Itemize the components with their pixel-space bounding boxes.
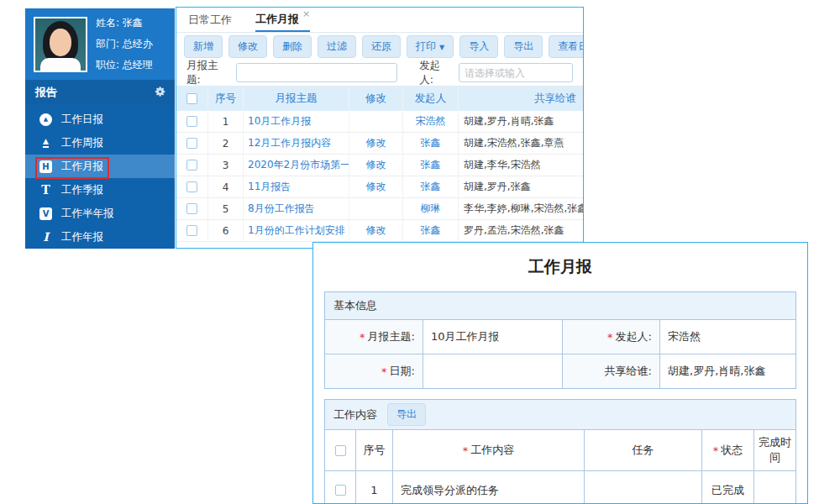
initiator-link[interactable]: 柳琳 xyxy=(403,198,459,219)
user-department: 部门: 总经办 xyxy=(96,37,153,51)
modify-link[interactable]: 修改 xyxy=(349,155,403,176)
modify-link[interactable] xyxy=(349,111,403,132)
annual-report-icon: I xyxy=(39,231,52,244)
gear-icon[interactable] xyxy=(155,86,166,100)
add-button[interactable]: 新增 xyxy=(184,35,223,58)
content-header-finish-time: 完成时间 xyxy=(753,429,795,470)
subject-link[interactable]: 12月工作月报内容 xyxy=(244,133,349,154)
toolbar: 新增 修改 删除 过滤 还原 打印▼ 导入 导出 查看日志 xyxy=(176,33,583,60)
half-year-report-icon: V xyxy=(39,207,52,220)
row-checkbox[interactable] xyxy=(186,160,197,171)
filter-button[interactable]: 过滤 xyxy=(318,35,356,58)
restore-button[interactable]: 还原 xyxy=(362,35,401,58)
table-row: 5 8月份工作报告 柳琳 李华,李婷,柳琳,宋浩然,张鑫 xyxy=(176,198,583,220)
tab-daily-work[interactable]: 日常工作 xyxy=(188,8,232,32)
daily-report-icon: ▲ xyxy=(39,113,52,126)
sidebar-item-label: 工作日报 xyxy=(61,113,103,127)
share-list: 胡建,罗丹,肖晴,张鑫 xyxy=(459,111,583,132)
sidebar-item-label: 工作年报 xyxy=(61,230,103,244)
required-mark: * xyxy=(360,331,365,344)
sidebar-item-half-year-report[interactable]: V 工作半年报 xyxy=(25,202,175,225)
share-list: 胡建,李华,宋浩然 xyxy=(459,155,583,176)
content-row-task xyxy=(584,470,701,504)
required-mark: * xyxy=(463,444,469,457)
initiator-link[interactable]: 张鑫 xyxy=(403,220,459,241)
user-name: 姓名: 张鑫 xyxy=(96,16,153,30)
initiator-link[interactable]: 宋浩然 xyxy=(403,111,459,132)
import-button[interactable]: 导入 xyxy=(459,35,498,58)
subject-link[interactable]: 1月份的工作计划安排 xyxy=(244,220,349,241)
content-header-task: 任务 xyxy=(584,429,701,470)
filter-bar: 月报主题: 发起人: xyxy=(176,60,583,87)
content-select-all-checkbox[interactable] xyxy=(335,445,346,456)
view-log-button[interactable]: 查看日志 xyxy=(549,35,584,58)
basic-info-grid: * 月报主题: 10月工作月报 * 发起人: 宋浩然 * 日期: 共享给谁: 胡… xyxy=(325,319,795,388)
subject-value: 10月工作月报 xyxy=(423,319,562,354)
header-modify: 修改 xyxy=(349,87,403,111)
initiator-link[interactable]: 张鑫 xyxy=(403,176,459,197)
subject-label: * 月报主题: xyxy=(325,319,423,354)
share-label: 共享给谁: xyxy=(562,354,659,388)
subject-link[interactable]: 8月份工作报告 xyxy=(244,198,349,219)
initiator-link[interactable]: 张鑫 xyxy=(403,133,459,154)
basic-info-header: 基本信息 xyxy=(325,292,795,319)
content-row-checkbox[interactable] xyxy=(335,485,346,496)
content-header-checkbox-cell xyxy=(325,429,355,470)
tab-monthly-report[interactable]: 工作月报 × xyxy=(255,8,310,32)
user-info: 姓名: 张鑫 部门: 总经办 职位: 总经理 xyxy=(96,16,153,72)
avatar xyxy=(34,17,87,72)
modify-link[interactable] xyxy=(349,198,403,219)
sidebar-item-annual-report[interactable]: I 工作年报 xyxy=(25,225,175,249)
row-checkbox[interactable] xyxy=(186,181,197,192)
print-button[interactable]: 打印▼ xyxy=(407,35,454,58)
required-mark: * xyxy=(381,365,387,378)
modify-button[interactable]: 修改 xyxy=(228,35,267,58)
required-mark: * xyxy=(607,331,613,344)
row-checkbox[interactable] xyxy=(186,203,197,214)
initiator-link[interactable]: 张鑫 xyxy=(403,155,459,176)
user-profile: 姓名: 张鑫 部门: 总经办 职位: 总经理 xyxy=(25,8,175,80)
content-export-button[interactable]: 导出 xyxy=(387,403,426,426)
export-button[interactable]: 导出 xyxy=(504,35,543,58)
row-checkbox[interactable] xyxy=(186,138,197,149)
required-mark: * xyxy=(713,444,719,457)
row-num: 4 xyxy=(208,176,244,197)
initiator-filter-input[interactable] xyxy=(459,63,573,82)
table-row: 2 12月工作月报内容 修改 张鑫 胡建,宋浩然,张鑫,章燕 xyxy=(176,133,583,155)
sidebar-item-quarterly-report[interactable]: T 工作季报 xyxy=(25,178,175,202)
sidebar: 姓名: 张鑫 部门: 总经办 职位: 总经理 报告 ▲ 工作日报 ▲ 工作周报 xyxy=(25,8,175,249)
dialog-title: 工作月报 xyxy=(324,256,796,278)
subject-filter-input[interactable] xyxy=(236,63,397,82)
delete-button[interactable]: 删除 xyxy=(273,35,312,58)
share-value: 胡建,罗丹,肖晴,张鑫 xyxy=(659,354,795,388)
close-icon[interactable]: × xyxy=(302,8,310,19)
select-all-checkbox[interactable] xyxy=(186,93,197,104)
content-header-status: * 状态 xyxy=(701,429,753,470)
row-checkbox[interactable] xyxy=(186,116,197,127)
content-row-content: 完成领导分派的任务 xyxy=(392,470,584,504)
label-text: 月报主题: xyxy=(368,329,415,344)
sidebar-item-weekly-report[interactable]: ▲ 工作周报 xyxy=(25,131,175,155)
header-text: 状态 xyxy=(721,443,743,458)
initiator-filter-label: 发起人: xyxy=(419,59,454,87)
modify-link[interactable]: 修改 xyxy=(349,176,403,197)
print-label: 打印 xyxy=(416,40,436,52)
subject-link[interactable]: 10月工作月报 xyxy=(244,111,349,132)
subject-link[interactable]: 11月报告 xyxy=(244,176,349,197)
monthly-report-detail-dialog: 工作月报 基本信息 * 月报主题: 10月工作月报 * 发起人: 宋浩然 * 日… xyxy=(312,242,808,504)
modify-link[interactable]: 修改 xyxy=(349,133,403,154)
avatar-shirt xyxy=(40,58,81,72)
share-list: 李华,李婷,柳琳,宋浩然,张鑫 xyxy=(459,198,583,219)
subject-link[interactable]: 2020年2月份市场第一步财务... xyxy=(244,155,349,176)
sidebar-item-label: 工作周报 xyxy=(61,136,103,150)
label-text: 发起人: xyxy=(616,329,652,344)
sidebar-item-daily-report[interactable]: ▲ 工作日报 xyxy=(25,108,175,131)
initiator-label: * 发起人: xyxy=(562,319,659,354)
row-checkbox[interactable] xyxy=(186,225,197,236)
basic-info-section: 基本信息 * 月报主题: 10月工作月报 * 发起人: 宋浩然 * 日期: xyxy=(324,291,796,389)
sidebar-item-label: 工作半年报 xyxy=(61,207,114,221)
row-num: 1 xyxy=(208,111,244,132)
share-list: 胡建,罗丹,张鑫 xyxy=(459,176,583,197)
modify-link[interactable]: 修改 xyxy=(349,220,403,241)
sidebar-item-monthly-report[interactable]: H 工作月报 xyxy=(25,155,175,178)
